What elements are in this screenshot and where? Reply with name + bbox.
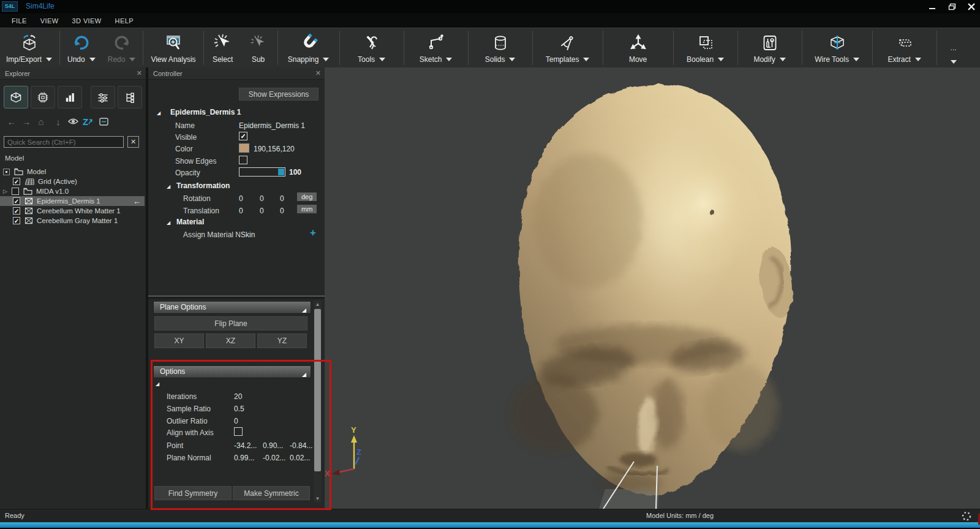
scrollbar[interactable]: ▲ ▼	[314, 300, 322, 503]
tab-simulation[interactable]	[31, 86, 55, 108]
collapse-triangle-icon[interactable]: ◢	[167, 184, 170, 189]
color-value[interactable]: 190,156,120	[254, 145, 295, 153]
iterations-value[interactable]: 20	[234, 392, 242, 401]
opacity-value[interactable]: 100	[289, 168, 301, 177]
expander-icon[interactable]	[3, 169, 10, 175]
flip-plane-button[interactable]: Flip Plane	[154, 316, 307, 330]
tab-analysis[interactable]	[58, 86, 82, 108]
toolbar-undo[interactable]: Undo	[61, 28, 102, 67]
dropdown-caret-icon[interactable]	[915, 58, 921, 61]
collapse-all-icon[interactable]	[97, 115, 110, 127]
scrollbar-up-icon[interactable]: ▲	[314, 300, 322, 308]
dropdown-caret-icon[interactable]	[718, 58, 724, 61]
home-icon[interactable]: ⌂	[34, 115, 48, 127]
tree-row-grid[interactable]: ✓ MIDA v1.0 Grid (Active)	[0, 177, 145, 186]
toolbar-sub[interactable]: Sub	[241, 28, 276, 67]
tree-row-epidermis-dermis[interactable]: ✓ Epidermis_Dermis 1 ←	[0, 196, 145, 206]
point-x[interactable]: -34.2...	[234, 441, 257, 450]
color-swatch[interactable]	[239, 143, 249, 153]
tab-model[interactable]	[4, 86, 28, 108]
toolbar-overflow[interactable]: ...	[938, 28, 969, 67]
scrollbar-down-icon[interactable]: ▼	[314, 495, 322, 503]
toolbar-extract[interactable]: Extract	[874, 28, 935, 67]
tree-row-mida[interactable]: ▷ MIDA v1.0	[0, 186, 145, 196]
toolbar-select[interactable]: Select	[205, 28, 241, 67]
visibility-eye-icon[interactable]	[66, 115, 80, 127]
checkbox[interactable]	[12, 188, 19, 195]
menu-file[interactable]: FILE	[6, 15, 32, 26]
toolbar-redo[interactable]: Redo	[102, 28, 142, 67]
plane-normal-z[interactable]: 0.02...	[290, 454, 310, 462]
translation-x[interactable]: 0	[239, 207, 243, 215]
material-value[interactable]: Skin	[241, 230, 255, 239]
nav-forward-icon[interactable]: →	[20, 115, 33, 127]
plane-xy-button[interactable]: XY	[154, 333, 204, 348]
dropdown-caret-icon[interactable]	[446, 58, 452, 61]
add-material-icon[interactable]: +	[310, 227, 316, 239]
panel-splitter[interactable]	[148, 295, 325, 299]
checkbox[interactable]: ✓	[13, 178, 20, 185]
find-symmetry-button[interactable]: Find Symmetry	[154, 486, 232, 500]
plane-yz-button[interactable]: YZ	[257, 333, 307, 348]
options-header[interactable]: Options ◢	[153, 365, 311, 378]
tree-row-model-root[interactable]: Model	[0, 167, 145, 177]
dropdown-caret-icon[interactable]	[951, 60, 957, 64]
toolbar-snapping[interactable]: Snapping	[279, 28, 338, 67]
restore-button[interactable]	[947, 2, 957, 12]
toolbar-view-analysis[interactable]: View Analysis	[145, 28, 202, 67]
expand-arrow-icon[interactable]: ▷	[3, 188, 10, 194]
checkbox[interactable]: ✓	[13, 197, 20, 205]
toolbar-templates[interactable]: Templates	[534, 28, 601, 67]
collapse-triangle-icon[interactable]: ◢	[156, 381, 159, 387]
scrollbar-thumb[interactable]	[314, 309, 321, 471]
menu-3d-view[interactable]: 3D VIEW	[67, 15, 107, 26]
toolbar-modify[interactable]: Modify	[739, 28, 801, 67]
outlier-ratio-value[interactable]: 0	[234, 417, 238, 425]
tab-properties[interactable]	[91, 86, 115, 108]
show-edges-checkbox[interactable]	[239, 156, 247, 164]
menu-view[interactable]: VIEW	[35, 15, 64, 26]
show-expressions-button[interactable]: Show Expressions	[239, 88, 318, 101]
rotation-x[interactable]: 0	[239, 194, 243, 203]
visible-checkbox[interactable]: ✓	[239, 132, 247, 140]
dropdown-caret-icon[interactable]	[780, 58, 786, 61]
sample-ratio-value[interactable]: 0.5	[234, 405, 244, 413]
plane-xz-button[interactable]: XZ	[206, 333, 255, 348]
tab-hierarchy[interactable]	[118, 86, 142, 108]
minimize-button[interactable]	[927, 2, 937, 12]
rotation-y[interactable]: 0	[260, 194, 264, 203]
toolbar-move[interactable]: Move	[605, 28, 672, 67]
zoom-to-selection-icon[interactable]: Z	[81, 115, 94, 127]
toolbar-wire-tools[interactable]: Wire Tools	[804, 28, 871, 67]
plane-normal-y[interactable]: -0.02...	[263, 454, 285, 462]
toolbar-imp-export[interactable]: Imp/Export	[0, 28, 58, 67]
nav-back-icon[interactable]: ←	[5, 115, 18, 127]
toolbar-tools[interactable]: Tools	[341, 28, 402, 67]
checkbox[interactable]: ✓	[13, 217, 20, 224]
checkbox[interactable]: ✓	[13, 207, 20, 215]
close-button[interactable]	[967, 2, 976, 12]
opacity-slider[interactable]	[239, 167, 285, 177]
make-symmetric-button[interactable]: Make Symmetric	[233, 486, 310, 500]
explorer-close-icon[interactable]: ✕	[137, 69, 142, 77]
down-arrow-icon[interactable]: ↓	[51, 115, 65, 127]
plane-options-header[interactable]: Plane Options ◢	[153, 301, 311, 314]
point-y[interactable]: 0.90...	[263, 441, 283, 450]
dropdown-caret-icon[interactable]	[853, 58, 859, 61]
dropdown-caret-icon[interactable]	[46, 58, 52, 61]
plane-normal-x[interactable]: 0.99...	[234, 454, 254, 462]
dropdown-caret-icon[interactable]	[379, 58, 385, 61]
rotation-z[interactable]: 0	[280, 194, 284, 203]
toolbar-boolean[interactable]: Boolean	[675, 28, 736, 67]
collapse-triangle-icon[interactable]: ◢	[157, 110, 160, 116]
quick-search-input[interactable]	[4, 136, 124, 148]
toolbar-solids[interactable]: Solids	[470, 28, 531, 67]
tree-row-cerebellum-white[interactable]: ✓ Cerebellum White Matter 1	[0, 206, 145, 216]
translation-y[interactable]: 0	[260, 207, 264, 215]
controller-close-icon[interactable]: ✕	[315, 69, 321, 77]
goto-arrow-icon[interactable]: ←	[133, 197, 141, 206]
viewport-3d[interactable]: Y X Z	[325, 67, 980, 509]
dropdown-caret-icon[interactable]	[323, 58, 329, 61]
dropdown-caret-icon[interactable]	[509, 58, 515, 61]
align-with-axis-checkbox[interactable]	[234, 427, 243, 436]
